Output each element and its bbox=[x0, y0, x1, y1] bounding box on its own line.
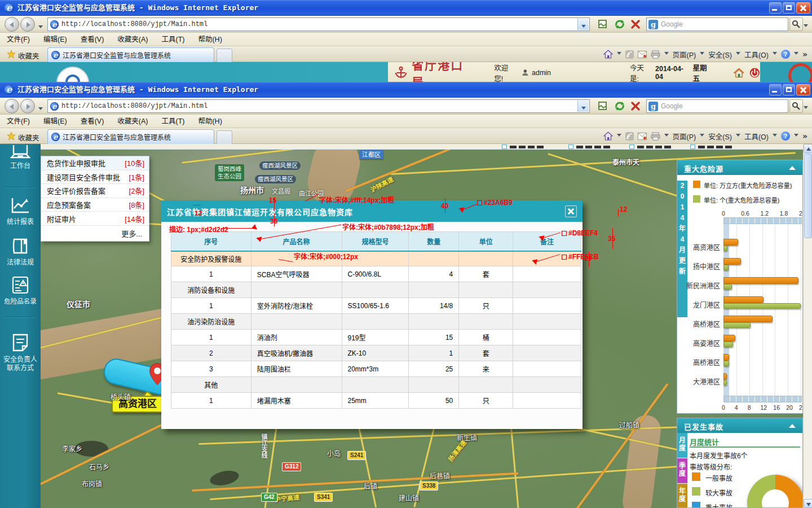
logout-power-icon[interactable] bbox=[749, 67, 760, 79]
search-options-dropdown-icon[interactable] bbox=[804, 21, 808, 32]
menu-edit[interactable]: 编辑(E) bbox=[37, 115, 74, 128]
rss-icon[interactable] bbox=[625, 50, 634, 59]
close-button[interactable] bbox=[796, 84, 810, 95]
url-dropdown-icon[interactable] bbox=[577, 100, 589, 112]
sidebar-item-statistics[interactable]: 统计报表 bbox=[0, 197, 41, 226]
close-button[interactable] bbox=[796, 2, 810, 14]
sidebar-item-laws[interactable]: 法律法规 bbox=[0, 238, 41, 267]
url-field[interactable]: e http://localhost:8080/yjpt/Main.html bbox=[47, 99, 590, 113]
forward-button[interactable] bbox=[20, 99, 35, 113]
tools-menu-button[interactable]: 工具(O) bbox=[744, 49, 769, 60]
tab-active[interactable]: e 江苏省港口安全监管与应急管理系统 bbox=[47, 47, 214, 62]
nav-history-dropdown-icon[interactable] bbox=[38, 23, 43, 33]
dialog-close-button[interactable] bbox=[565, 205, 577, 217]
tab-new[interactable] bbox=[217, 49, 232, 62]
back-button[interactable] bbox=[5, 17, 19, 32]
collapse-icon[interactable] bbox=[789, 424, 796, 428]
minimize-button[interactable] bbox=[769, 84, 782, 95]
scroll-down-button[interactable] bbox=[804, 499, 812, 508]
collapse-icon[interactable] bbox=[789, 166, 796, 170]
refresh-button[interactable] bbox=[612, 99, 627, 113]
sidebar-item-safety-contacts[interactable]: 安全负责人联系方式 bbox=[0, 334, 41, 373]
command-overflow-icon[interactable]: » bbox=[802, 128, 807, 144]
minimize-button[interactable] bbox=[769, 2, 782, 14]
maximize-button[interactable] bbox=[783, 2, 795, 14]
menu-file[interactable]: 文件(F) bbox=[0, 33, 37, 46]
layer-checkbox[interactable] bbox=[568, 144, 573, 149]
search-options-dropdown-icon[interactable] bbox=[804, 103, 808, 113]
banner-home-icon[interactable] bbox=[734, 67, 744, 78]
page-menu-button[interactable]: 页面(P) bbox=[673, 49, 696, 60]
compatibility-button[interactable] bbox=[595, 17, 610, 31]
accident-period-tab[interactable]: 月度 bbox=[677, 433, 687, 458]
stop-button[interactable] bbox=[628, 99, 643, 113]
tools-menu-button[interactable]: 工具(O) bbox=[744, 131, 769, 142]
quick-menu-item[interactable]: 应急预案备案[8条] bbox=[41, 198, 149, 212]
url-dropdown-icon[interactable] bbox=[577, 19, 589, 30]
hazard-panel-header[interactable]: 重大危险源 bbox=[677, 160, 802, 175]
menu-file[interactable]: 文件(F) bbox=[0, 115, 37, 128]
stop-button[interactable] bbox=[628, 17, 643, 31]
url-field[interactable]: e http://localhost:8080/yjpt/Main.html bbox=[47, 17, 590, 31]
rss-icon[interactable] bbox=[625, 132, 634, 141]
refresh-button[interactable] bbox=[612, 17, 627, 31]
accident-period-tab[interactable]: 季度 bbox=[677, 458, 687, 483]
favorites-star-icon[interactable] bbox=[7, 50, 16, 59]
menu-favorites[interactable]: 收藏夹(A) bbox=[111, 115, 155, 128]
home-dropdown-icon[interactable] bbox=[617, 134, 621, 139]
accidents-panel-header[interactable]: 已发生事故 bbox=[677, 418, 802, 433]
home-icon[interactable] bbox=[603, 50, 613, 59]
back-button[interactable] bbox=[5, 99, 19, 113]
search-button[interactable] bbox=[789, 17, 803, 31]
favorites-label[interactable]: 收藏夹 bbox=[18, 132, 39, 143]
accident-period-tab[interactable]: 年度 bbox=[677, 484, 687, 508]
window-titlebar[interactable]: e 江苏省港口安全监管与应急管理系统 - Windows Internet Ex… bbox=[0, 82, 812, 98]
menu-help[interactable]: 帮助(H) bbox=[191, 33, 228, 46]
help-icon[interactable]: ? bbox=[781, 132, 790, 141]
sidebar-item-workbench[interactable]: 工作台 bbox=[0, 144, 41, 170]
home-icon[interactable] bbox=[603, 132, 613, 141]
mail-icon[interactable] bbox=[638, 51, 647, 58]
username[interactable]: admin bbox=[532, 69, 551, 77]
menu-view[interactable]: 查看(V) bbox=[74, 33, 111, 46]
quick-menu-item[interactable]: 危货作业申报审批[10条] bbox=[41, 156, 149, 170]
menu-view[interactable]: 查看(V) bbox=[74, 115, 111, 128]
search-box[interactable]: g Google bbox=[646, 99, 788, 113]
quick-menu-item[interactable]: 安全评价报告备案[2条] bbox=[41, 184, 149, 198]
favorites-label[interactable]: 收藏夹 bbox=[18, 50, 39, 61]
quick-menu-item[interactable]: 建设项目安全条件审批[1条] bbox=[41, 170, 149, 185]
printer-icon[interactable] bbox=[651, 50, 660, 59]
sidebar-item-hazmat-list[interactable]: 危险品名录 bbox=[0, 276, 41, 306]
safety-menu-button[interactable]: 安全(S) bbox=[708, 49, 732, 60]
search-button[interactable] bbox=[789, 99, 803, 113]
layer-checkbox[interactable] bbox=[502, 144, 507, 149]
maximize-button[interactable] bbox=[783, 84, 795, 95]
command-overflow-icon[interactable]: » bbox=[802, 46, 807, 62]
favorites-star-icon[interactable] bbox=[7, 132, 16, 141]
print-dropdown-icon[interactable] bbox=[664, 52, 669, 57]
menu-tools[interactable]: 工具(T) bbox=[155, 33, 191, 46]
search-box[interactable]: g Google bbox=[646, 17, 788, 31]
window-titlebar[interactable]: e 江苏省港口安全监管与应急管理系统 - Windows Internet Ex… bbox=[0, 0, 812, 16]
menu-favorites[interactable]: 收藏夹(A) bbox=[111, 33, 155, 46]
safety-menu-button[interactable]: 安全(S) bbox=[708, 131, 732, 142]
layer-checkbox[interactable] bbox=[690, 144, 695, 149]
menu-edit[interactable]: 编辑(E) bbox=[37, 33, 74, 46]
mail-icon[interactable] bbox=[638, 133, 647, 140]
print-dropdown-icon[interactable] bbox=[664, 134, 669, 139]
scroll-thumb[interactable] bbox=[804, 154, 812, 238]
page-menu-button[interactable]: 页面(P) bbox=[673, 131, 696, 142]
menu-help[interactable]: 帮助(H) bbox=[191, 115, 228, 128]
home-dropdown-icon[interactable] bbox=[617, 52, 621, 57]
scroll-up-button[interactable] bbox=[804, 144, 812, 153]
menu-tools[interactable]: 工具(T) bbox=[155, 115, 191, 128]
tab-active[interactable]: e 江苏省港口安全监管与应急管理系统 bbox=[47, 129, 214, 144]
quick-menu-more[interactable]: 更多... bbox=[41, 226, 149, 241]
tab-new[interactable] bbox=[217, 130, 232, 144]
help-icon[interactable]: ? bbox=[781, 50, 790, 59]
quick-menu-item[interactable]: 附证审片[14条] bbox=[41, 212, 149, 226]
layer-checkbox[interactable] bbox=[629, 144, 634, 149]
compatibility-button[interactable] bbox=[595, 99, 610, 113]
forward-button[interactable] bbox=[20, 17, 35, 32]
nav-history-dropdown-icon[interactable] bbox=[38, 104, 43, 115]
